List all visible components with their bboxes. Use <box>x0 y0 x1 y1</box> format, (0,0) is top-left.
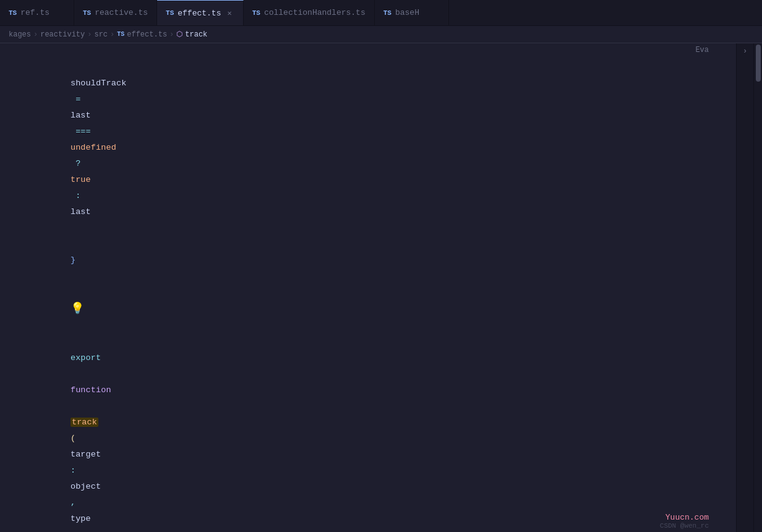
ts-badge: TS <box>252 9 260 17</box>
tab-baseh[interactable]: TS baseH <box>375 0 449 25</box>
ts-badge: TS <box>383 9 392 17</box>
tab-label: collectionHandlers.ts <box>264 8 366 17</box>
scrollbar[interactable] <box>753 43 762 532</box>
code-line: } <box>5 236 736 285</box>
code-line: 💡 <box>5 285 736 334</box>
tab-label: ref.ts <box>20 8 49 17</box>
tab-label: effect.ts <box>178 9 221 18</box>
watermark-sub: CSDN @wen_rc <box>660 522 709 530</box>
breadcrumb: kages › reactivity › src › TS effect.ts … <box>0 26 762 43</box>
tab-ref[interactable]: TS ref.ts <box>0 0 74 25</box>
tab-bar: TS ref.ts TS reactive.ts TS effect.ts ✕ … <box>0 0 762 26</box>
tab-label: baseH <box>395 8 419 17</box>
watermark-main: Yuucn.com <box>660 513 709 522</box>
tab-label: reactive.ts <box>95 8 148 17</box>
chevron-right-icon: › <box>743 47 747 56</box>
lightbulb-icon[interactable]: 💡 <box>71 302 84 315</box>
scrollbar-thumb[interactable] <box>756 45 761 82</box>
code-area: Eva shouldTrack = last === undefined ? t… <box>0 43 736 532</box>
ts-badge: TS <box>9 9 17 17</box>
code-line: shouldTrack = last === undefined ? true … <box>5 43 736 236</box>
editor-container: Eva shouldTrack = last === undefined ? t… <box>0 43 762 532</box>
tab-collection-handlers[interactable]: TS collectionHandlers.ts <box>244 0 375 25</box>
watermark: Yuucn.com CSDN @wen_rc <box>660 513 709 530</box>
ts-badge: TS <box>166 9 174 17</box>
code-line-export: export function track ( target : object … <box>5 334 736 532</box>
tab-reactive[interactable]: TS reactive.ts <box>74 0 157 25</box>
right-panel-arrow[interactable]: › <box>736 43 753 532</box>
tab-spacer <box>449 0 762 25</box>
ts-badge: TS <box>83 9 91 17</box>
tab-effect[interactable]: TS effect.ts ✕ <box>157 0 244 25</box>
tab-close-icon[interactable]: ✕ <box>225 7 234 19</box>
